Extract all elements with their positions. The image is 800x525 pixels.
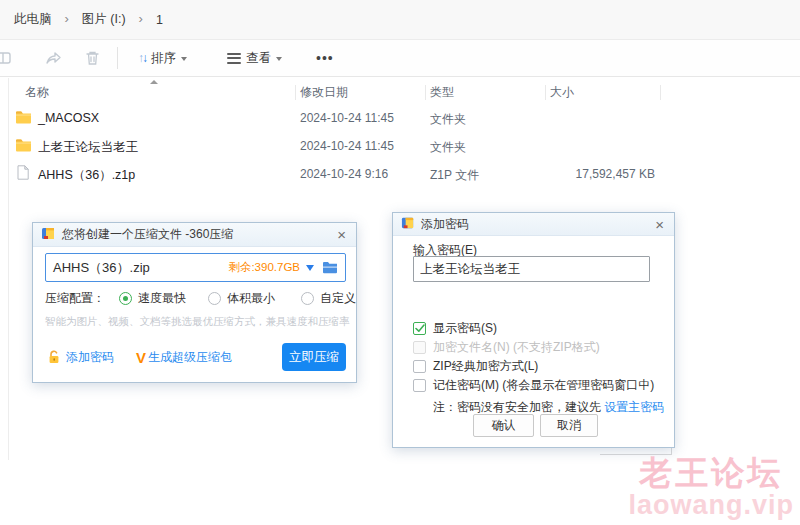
file-name: _MACOSX xyxy=(38,111,99,125)
toolbar: ↑↓ 排序 查看 ••• xyxy=(0,40,800,77)
app-360zip-icon xyxy=(401,216,415,233)
compress-dialog-titlebar[interactable]: 您将创建一个压缩文件 -360压缩 × xyxy=(33,223,356,247)
compress-dialog-links: 添加密码 V 生成超级压缩包 xyxy=(47,343,232,371)
breadcrumb: 此电脑 › 图片 (I:) › 1 xyxy=(0,0,800,40)
folder-icon xyxy=(15,110,32,128)
checkbox-encrypt-filename: 加密文件名(N) (不支持ZIP格式) xyxy=(413,339,600,355)
checkbox-icon xyxy=(413,360,426,373)
explorer-window: 此电脑 › 图片 (I:) › 1 ↑↓ 排序 查看 ••• 名称 xyxy=(0,0,800,525)
column-header-size[interactable]: 大小 xyxy=(550,84,574,101)
chevron-down-icon xyxy=(181,57,187,61)
checkbox-icon xyxy=(413,379,426,392)
view-button[interactable]: 查看 xyxy=(221,46,288,71)
checkbox-checked-icon xyxy=(413,322,426,335)
table-row[interactable]: AHHS（36）.z1p 2024-10-24 9:16 Z1P 文件 17,5… xyxy=(0,160,680,188)
confirm-button[interactable]: 确认 xyxy=(473,414,534,437)
file-type: 文件夹 xyxy=(430,139,466,156)
column-headers: 名称 修改日期 类型 大小 xyxy=(0,84,660,102)
compress-dialog: 您将创建一个压缩文件 -360压缩 × AHHS（36）.zip 剩余:390.… xyxy=(32,222,357,383)
super-package-v-icon: V xyxy=(136,349,146,366)
delete-icon[interactable] xyxy=(82,48,102,68)
table-row[interactable]: 上老王论坛当老王 2024-10-24 11:45 文件夹 xyxy=(0,132,680,160)
compress-hint-text: 智能为图片、视频、文档等挑选最优压缩方式，兼具速度和压缩率 xyxy=(45,315,350,329)
watermark: 老王论坛 laowang.vip xyxy=(628,456,794,519)
file-name: AHHS（36）.z1p xyxy=(38,167,135,184)
watermark-url: laowang.vip xyxy=(628,491,794,519)
file-icon xyxy=(17,165,29,184)
file-name: 上老王论坛当老王 xyxy=(38,139,138,156)
column-header-name[interactable]: 名称 xyxy=(25,84,49,101)
super-package-link[interactable]: 生成超级压缩包 xyxy=(148,349,232,366)
sort-button[interactable]: ↑↓ 排序 xyxy=(132,46,193,71)
radio-selected-icon xyxy=(119,292,132,305)
rename-icon[interactable] xyxy=(0,48,13,68)
checkbox-label: 显示密码(S) xyxy=(433,320,497,337)
checkbox-show-password[interactable]: 显示密码(S) xyxy=(413,320,497,336)
watermark-title: 老王论坛 xyxy=(628,456,794,491)
radio-custom[interactable]: 自定义 xyxy=(301,290,356,307)
column-header-date[interactable]: 修改日期 xyxy=(300,84,348,101)
archive-name-input[interactable]: AHHS（36）.zip 剩余:390.7GB xyxy=(45,253,346,282)
checkbox-remember-password[interactable]: 记住密码(M) (将会显示在管理密码窗口中) xyxy=(413,377,654,393)
compress-config-label: 压缩配置： xyxy=(45,290,105,307)
chevron-down-icon xyxy=(276,57,282,61)
password-input[interactable] xyxy=(413,256,650,282)
checkbox-label: 加密文件名(N) (不支持ZIP格式) xyxy=(433,339,600,356)
password-dialog-title: 添加密码 xyxy=(421,216,469,233)
column-divider[interactable] xyxy=(425,85,426,100)
column-divider[interactable] xyxy=(295,85,296,100)
radio-label: 速度最快 xyxy=(138,290,186,307)
chevron-right-icon: › xyxy=(139,11,143,26)
note-text: 注：密码没有安全加密，建议先 xyxy=(433,400,604,414)
close-icon[interactable]: × xyxy=(653,217,666,232)
more-button[interactable]: ••• xyxy=(310,46,340,70)
breadcrumb-item-this-pc[interactable]: 此电脑 xyxy=(14,11,52,28)
column-header-type[interactable]: 类型 xyxy=(430,84,454,101)
radio-label: 自定义 xyxy=(320,290,356,307)
breadcrumb-item-folder[interactable]: 1 xyxy=(156,13,163,27)
share-icon[interactable] xyxy=(43,48,63,68)
dropdown-arrow-icon[interactable] xyxy=(306,265,314,271)
compress-now-button[interactable]: 立即压缩 xyxy=(282,343,346,371)
folder-icon xyxy=(15,138,32,156)
radio-smallest[interactable]: 体积最小 xyxy=(208,290,275,307)
free-space-label: 剩余:390.7GB xyxy=(228,260,300,275)
sort-label: 排序 xyxy=(151,50,176,67)
close-icon[interactable]: × xyxy=(335,227,348,242)
view-list-icon xyxy=(227,53,241,64)
table-row[interactable]: _MACOSX 2024-10-24 11:45 文件夹 xyxy=(0,104,680,132)
file-date: 2024-10-24 11:45 xyxy=(300,139,394,153)
file-size: 17,592,457 KB xyxy=(545,167,655,181)
breadcrumb-item-drive[interactable]: 图片 (I:) xyxy=(82,11,126,28)
checkbox-label: 记住密码(M) (将会显示在管理密码窗口中) xyxy=(433,377,654,394)
toolbar-divider xyxy=(117,47,118,69)
password-dialog-titlebar[interactable]: 添加密码 × xyxy=(393,213,674,236)
radio-icon xyxy=(301,292,314,305)
cancel-button[interactable]: 取消 xyxy=(540,414,598,437)
archive-name-value: AHHS（36）.zip xyxy=(53,259,150,277)
radio-icon xyxy=(208,292,221,305)
set-master-password-link[interactable]: 设置主密码 xyxy=(604,400,664,414)
checkbox-label: ZIP经典加密方式(L) xyxy=(433,358,538,375)
chevron-right-icon: › xyxy=(65,11,69,26)
add-password-link[interactable]: 添加密码 xyxy=(66,349,114,366)
radio-label: 体积最小 xyxy=(227,290,275,307)
checkbox-icon xyxy=(413,341,426,354)
password-dialog: 添加密码 × 输入密码(E) 显示密码(S) 加密文件名(N) (不支持ZIP格… xyxy=(392,212,675,448)
browse-folder-icon[interactable] xyxy=(322,261,338,274)
column-divider[interactable] xyxy=(660,85,661,100)
file-type: Z1P 文件 xyxy=(430,167,479,184)
file-type: 文件夹 xyxy=(430,111,466,128)
compress-config-row: 压缩配置： 速度最快 体积最小 自定义 xyxy=(45,290,356,307)
lock-icon xyxy=(47,350,61,364)
file-date: 2024-10-24 9:16 xyxy=(300,167,388,181)
compress-dialog-title: 您将创建一个压缩文件 -360压缩 xyxy=(62,226,233,243)
radio-fastest[interactable]: 速度最快 xyxy=(119,290,186,307)
column-divider[interactable] xyxy=(545,85,546,100)
sort-arrows-icon: ↑↓ xyxy=(138,51,146,65)
file-date: 2024-10-24 11:45 xyxy=(300,111,394,125)
checkbox-zip-classic[interactable]: ZIP经典加密方式(L) xyxy=(413,358,538,374)
view-label: 查看 xyxy=(246,50,271,67)
app-360zip-icon xyxy=(41,226,56,244)
